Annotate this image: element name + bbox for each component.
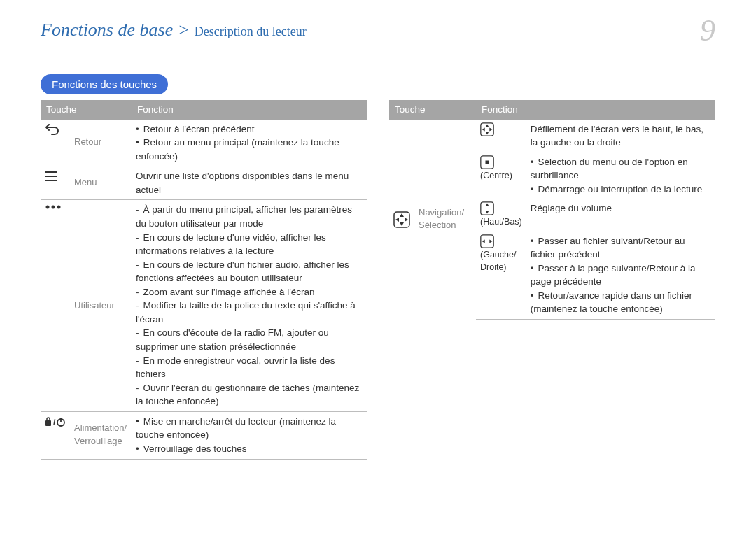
breadcrumb-sub: Description du lecteur bbox=[195, 24, 307, 38]
breadcrumb-sep: > bbox=[178, 20, 190, 40]
key-name: Retour bbox=[70, 120, 132, 166]
dpad-updown-icon: (Haut/Bas) bbox=[476, 199, 526, 231]
power-lock-icon: / bbox=[41, 411, 70, 459]
svg-point-3 bbox=[46, 206, 50, 209]
svg-marker-16 bbox=[486, 124, 489, 127]
key-function: Mise en marche/arrêt du lecteur (mainten… bbox=[132, 411, 367, 459]
dpad-leftright-icon: (Gauche/ Droite) bbox=[476, 232, 526, 320]
svg-marker-18 bbox=[482, 127, 485, 131]
table-row: Menu Ouvrir une liste d'options disponib… bbox=[41, 166, 367, 200]
svg-marker-23 bbox=[486, 204, 489, 206]
dpad-center-icon: (Centre) bbox=[476, 152, 526, 199]
key-name: Navigation/ Sélection bbox=[414, 120, 476, 320]
svg-marker-27 bbox=[489, 239, 492, 243]
back-icon bbox=[41, 120, 70, 166]
svg-marker-14 bbox=[405, 218, 408, 222]
svg-marker-11 bbox=[400, 213, 404, 217]
breadcrumb-main: Fonctions de base bbox=[41, 20, 173, 40]
dpad-full-icon bbox=[476, 120, 526, 152]
dpad-icon bbox=[389, 120, 414, 320]
breadcrumb: Fonctions de base > Description du lecte… bbox=[41, 20, 715, 41]
key-function: Sélection du menu ou de l'option en surb… bbox=[526, 152, 715, 199]
svg-marker-24 bbox=[486, 211, 489, 214]
menu-icon bbox=[41, 166, 70, 200]
table-row: Retour Retour à l'écran précédent Retour… bbox=[41, 120, 367, 166]
page-number: 9 bbox=[700, 13, 715, 48]
svg-marker-13 bbox=[396, 218, 399, 222]
svg-point-4 bbox=[52, 206, 55, 209]
svg-rect-6 bbox=[46, 420, 51, 426]
key-name: Alimentation/ Verrouillage bbox=[70, 411, 132, 459]
svg-marker-26 bbox=[482, 239, 485, 243]
svg-point-5 bbox=[57, 206, 61, 209]
svg-marker-19 bbox=[489, 127, 492, 131]
svg-marker-12 bbox=[400, 222, 404, 226]
svg-rect-21 bbox=[486, 160, 489, 164]
key-function: Ouvrir une liste d'options disponibles d… bbox=[132, 166, 367, 200]
th-touche: Touche bbox=[389, 100, 476, 120]
section-title-pill: Fonctions des touches bbox=[41, 74, 168, 94]
key-name: Utilisateur bbox=[70, 200, 132, 411]
table-row: Utilisateur À partir du menu principal, … bbox=[41, 200, 367, 411]
key-function: Réglage du volume bbox=[526, 199, 715, 231]
user-button-icon bbox=[41, 200, 70, 411]
key-name: Menu bbox=[70, 166, 132, 200]
key-function: Retour à l'écran précédent Retour au men… bbox=[132, 120, 367, 166]
key-function: Défilement de l'écran vers le haut, le b… bbox=[526, 120, 715, 152]
svg-text:/: / bbox=[53, 418, 56, 427]
th-fonction: Fonction bbox=[132, 100, 367, 120]
svg-marker-17 bbox=[486, 132, 489, 134]
right-table: Touche Fonction bbox=[389, 100, 715, 320]
th-fonction: Fonction bbox=[476, 100, 715, 120]
table-row: Navigation/ Sélection Défilement de l'éc… bbox=[389, 120, 715, 152]
key-function: À partir du menu principal, afficher les… bbox=[132, 200, 367, 411]
left-table: Touche Fonction Retour Retour à l'écran … bbox=[41, 100, 367, 460]
key-function: Passer au fichier suivant/Retour au fich… bbox=[526, 232, 715, 320]
th-touche: Touche bbox=[41, 100, 132, 120]
table-row: / Alimentation/ Verrouillage Mise en mar… bbox=[41, 411, 367, 459]
